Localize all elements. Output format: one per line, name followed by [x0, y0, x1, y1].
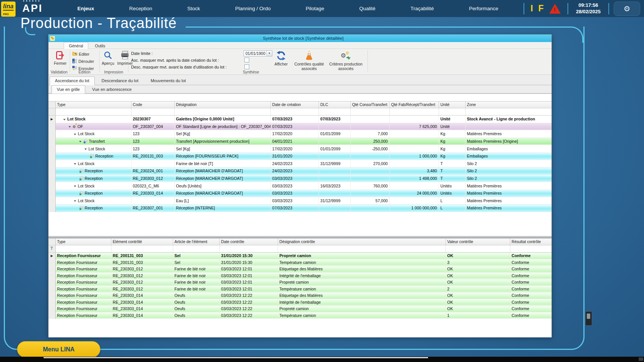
cell-unite[interactable]: L — [439, 204, 465, 212]
cell-type[interactable]: Reception Fournisseur — [55, 286, 111, 292]
row-selector[interactable]: ▶ — [48, 253, 55, 259]
row-selector[interactable] — [48, 160, 55, 167]
ribbon-tab-outils[interactable]: Outils — [90, 42, 110, 49]
row-selector[interactable] — [48, 189, 55, 197]
cell-zone[interactable]: Matières Premières — [465, 197, 552, 204]
grid1-row[interactable]: ReceptionRE_230307_001Réception [INTERNE… — [48, 204, 552, 212]
cell-date-controle[interactable]: 03/03/2023 12:01 — [219, 279, 278, 286]
device-tool-icon[interactable] — [585, 311, 592, 326]
cell-designation-controle[interactable]: Température camion — [278, 312, 445, 319]
grid2-row[interactable]: Reception FournisseurRE_230303_012Farine… — [48, 266, 552, 273]
cell-date-controle[interactable]: 03/03/2023 12:22 — [219, 312, 278, 319]
filter-cell[interactable] — [350, 108, 389, 115]
cell-article[interactable]: Farine de blé noir — [173, 272, 219, 279]
cell-designation[interactable]: Oeufs [Unités] — [174, 182, 270, 190]
cell-type[interactable]: Lot Stock — [55, 160, 131, 167]
cell-element-controle[interactable]: RE_230303_012 — [111, 286, 173, 292]
cell-date-creation[interactable]: 03/03/2023 — [270, 182, 319, 190]
expand-collapse-arrow[interactable] — [74, 200, 76, 202]
grid2-row[interactable]: Reception FournisseurRE_230303_014Oeufs0… — [48, 312, 552, 319]
cell-designation[interactable]: Réception [FOURNISSEUR PACK] — [174, 152, 270, 160]
grid1-row[interactable]: ReceptionRE_230224_001Réception [MARAICH… — [48, 167, 552, 175]
cell-unite[interactable]: T — [439, 175, 465, 182]
row-selector[interactable] — [48, 266, 55, 273]
cell-unite[interactable]: L — [439, 197, 465, 204]
grid2-column-header[interactable]: Résultat contrôle — [510, 239, 552, 245]
cell-date-controle[interactable]: 03/03/2023 12:22 — [219, 299, 278, 306]
grid2-column-header[interactable]: Désignation contrôle — [278, 239, 445, 245]
cell-designation[interactable]: Réception [MARAICHER D'ARGOAT] — [174, 167, 270, 175]
cell-qte-fab[interactable]: 24 000,000 — [389, 189, 439, 197]
cell-qte-conso[interactable] — [350, 115, 389, 123]
cell-valeur-controle[interactable]: 3 — [445, 259, 510, 266]
filter-cell[interactable] — [270, 108, 319, 115]
cell-date-creation[interactable]: 31/01/2020 — [270, 152, 319, 160]
grid1-column-header[interactable]: Date de création — [270, 101, 319, 108]
cell-dlc[interactable] — [319, 189, 350, 197]
lina-pro-logo[interactable]: lina PRO — [1, 2, 16, 17]
cell-dlc[interactable]: 31/12/9999 — [319, 160, 350, 167]
grid1-row[interactable]: ⚙OFOF_230307_004OF Standard [Ligne de pr… — [48, 123, 552, 130]
cell-date-controle[interactable]: 03/03/2023 12:22 — [219, 292, 278, 299]
cell-article[interactable]: Farine de blé noir — [173, 266, 219, 273]
cell-type[interactable]: Reception Fournisseur — [55, 312, 111, 319]
cell-dlc[interactable] — [319, 152, 350, 160]
cell-code[interactable]: RE_230303_014 — [131, 189, 174, 197]
cell-element-controle[interactable]: RE_230303_014 — [111, 292, 173, 299]
cell-code[interactable]: RE_200131_003 — [131, 152, 174, 160]
cell-type[interactable]: Reception Fournisseur — [55, 299, 111, 306]
filter-cell[interactable] — [219, 245, 278, 253]
cell-resultat-controle[interactable]: Conforme — [510, 253, 552, 259]
editer-button[interactable]: Editer — [72, 51, 89, 57]
cell-zone[interactable]: Silo 2 — [465, 160, 552, 167]
cell-designation-controle[interactable]: Propreté camion — [278, 306, 445, 312]
cell-resultat-controle[interactable]: Conforme — [510, 286, 552, 292]
grid2-column-header[interactable]: Valeur contrôle — [445, 239, 510, 245]
grid1-row[interactable]: Transfert123Transfert [Approvisionnement… — [48, 137, 552, 145]
grid2-row[interactable]: Reception FournisseurRE_230303_014Oeufs0… — [48, 306, 552, 312]
row-selector[interactable] — [48, 182, 55, 190]
grid1-row[interactable]: Lot StockFarine de blé noir [T]24/02/202… — [48, 160, 552, 167]
cell-unite[interactable]: T — [439, 167, 465, 175]
row-selector[interactable] — [48, 167, 55, 175]
cell-type[interactable]: Reception Fournisseur — [55, 266, 111, 273]
grid2-row[interactable]: Reception FournisseurRE_230303_012Farine… — [48, 279, 552, 286]
grid2-row[interactable]: Reception FournisseurRE_230303_012Farine… — [48, 286, 552, 292]
cell-designation-controle[interactable]: Température camion — [278, 259, 445, 266]
grid1-column-header[interactable]: Code — [131, 101, 174, 108]
cell-designation[interactable]: OF Standard [Ligne de production] : OF_2… — [174, 123, 270, 130]
cell-article[interactable]: Oeufs — [173, 292, 219, 299]
cell-zone[interactable]: Emballages — [465, 145, 552, 153]
nav-item-planning-ordo[interactable]: Planning / Ordo — [235, 6, 271, 11]
cell-valeur-controle[interactable]: OK — [445, 292, 510, 299]
cell-resultat-controle[interactable]: Conforme — [510, 279, 552, 286]
cell-date-creation[interactable]: 03/03/2023 — [270, 189, 319, 197]
cell-zone[interactable]: Silo 2 — [465, 175, 552, 182]
filter-cell[interactable] — [510, 245, 552, 253]
cell-code[interactable]: 123 — [131, 130, 174, 138]
cell-date-creation[interactable]: 07/03/2023 — [270, 115, 319, 123]
cell-code[interactable] — [131, 197, 174, 204]
cell-zone[interactable]: Matières Premières [Origine] — [465, 137, 552, 145]
cell-type[interactable]: Reception — [55, 204, 131, 212]
row-selector[interactable] — [48, 123, 55, 130]
row-selector[interactable] — [48, 204, 55, 212]
filter-cell[interactable] — [55, 108, 131, 115]
cell-designation-controle[interactable]: Température camion — [278, 286, 445, 292]
cell-designation[interactable]: Sel [Kg] — [174, 145, 270, 153]
expand-collapse-arrow[interactable] — [74, 134, 76, 135]
cell-date-creation[interactable]: 07/03/2023 — [270, 123, 319, 130]
cell-code[interactable]: RE_230224_001 — [131, 167, 174, 175]
filter-cell[interactable] — [174, 108, 270, 115]
cell-resultat-controle[interactable]: Conforme — [510, 299, 552, 306]
ribbon-tab-general[interactable]: Général — [64, 42, 88, 49]
cell-dlc[interactable] — [319, 167, 350, 175]
cell-date-controle[interactable]: 03/03/2023 12:01 — [219, 272, 278, 279]
cell-qte-conso[interactable]: 7,000 — [350, 130, 389, 138]
cell-code[interactable]: 123 — [131, 137, 174, 145]
cell-type[interactable]: ⚙OF — [55, 123, 131, 130]
cell-date-controle[interactable]: 31/01/2020 15:30 — [219, 259, 278, 266]
cell-article[interactable]: Oeufs — [173, 312, 219, 319]
cell-element-controle[interactable]: RE_230303_012 — [111, 279, 173, 286]
cell-valeur-controle[interactable]: OK — [445, 253, 510, 259]
